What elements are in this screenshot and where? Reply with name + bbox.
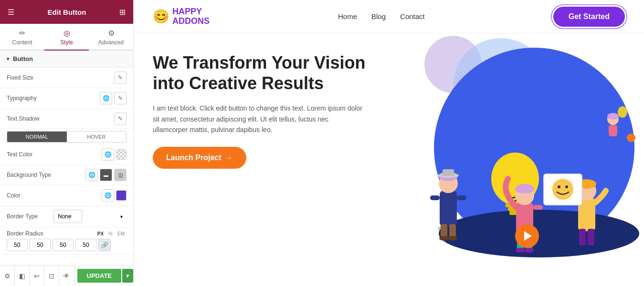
- logo-emoji: 😊: [153, 9, 169, 24]
- border-type-label: Border Type: [7, 213, 50, 220]
- state-toggle: NORMAL HOVER: [7, 131, 127, 143]
- tab-style-label: Style: [60, 39, 73, 46]
- svg-point-19: [515, 184, 534, 194]
- svg-point-38: [618, 106, 627, 118]
- text-shadow-label: Text Shadow: [7, 115, 114, 122]
- br-input-4[interactable]: [75, 239, 96, 251]
- br-link-button[interactable]: 🔗: [98, 239, 111, 251]
- svg-point-31: [558, 185, 560, 188]
- nav-link-blog[interactable]: Blog: [371, 12, 386, 20]
- state-hover-button[interactable]: HOVER: [67, 132, 127, 142]
- logo-happy: HAPPY: [172, 7, 210, 17]
- color-global-button[interactable]: 🌐: [102, 189, 114, 202]
- typography-global-button[interactable]: 🌐: [100, 92, 112, 104]
- br-unit-percent[interactable]: %: [106, 231, 115, 237]
- text-shadow-controls: ✎: [114, 112, 127, 125]
- launch-arrow-icon: →: [225, 153, 233, 162]
- svg-rect-5: [443, 169, 454, 176]
- advanced-icon: ⚙: [108, 29, 115, 38]
- svg-rect-1: [440, 191, 457, 226]
- svg-point-11: [448, 236, 457, 241]
- color-row: Color 🌐: [0, 185, 133, 206]
- top-navbar: 😊 HAPPY ADDONS Home Blog Contact Get Sta…: [134, 0, 644, 33]
- history-icon-btn[interactable]: ↩: [30, 266, 44, 286]
- update-button[interactable]: UPDATE: [77, 269, 121, 283]
- logo-addons: ADDONS: [172, 17, 210, 26]
- svg-point-32: [565, 185, 568, 188]
- text-color-global-button[interactable]: 🌐: [102, 148, 114, 161]
- text-color-swatch[interactable]: [116, 149, 127, 160]
- border-type-select-wrapper: None Solid Dashed Dotted Double: [53, 210, 127, 223]
- svg-point-24: [524, 248, 534, 253]
- background-type-row: Background Type 🌐 ▬ ◫: [0, 165, 133, 185]
- hero-visual: [396, 33, 644, 286]
- border-radius-row: Border Radius PX % EM 🔗: [0, 227, 133, 255]
- person-yellow: [544, 174, 606, 245]
- border-radius-header: Border Radius PX % EM: [7, 230, 127, 237]
- text-color-controls: 🌐: [102, 148, 127, 161]
- section-button-header[interactable]: ▾ Button: [0, 51, 133, 68]
- update-arrow-button[interactable]: ▾: [122, 269, 133, 283]
- person-blue: [430, 169, 466, 241]
- background-type-label: Background Type: [7, 172, 85, 178]
- responsive-icon-btn[interactable]: ⊡: [44, 266, 59, 286]
- hero-body: I am text block. Click edit button to ch…: [153, 103, 363, 135]
- nav-link-home[interactable]: Home: [338, 12, 357, 20]
- bg-solid-button[interactable]: ▬: [100, 169, 112, 181]
- fixed-size-controls: ✎: [114, 72, 127, 84]
- fixed-size-edit-button[interactable]: ✎: [114, 72, 127, 84]
- panel-title: Edit Button: [48, 8, 86, 16]
- svg-point-30: [552, 179, 573, 200]
- fixed-size-row: Fixed Size ✎: [0, 68, 133, 88]
- text-color-label: Text Color: [7, 151, 102, 158]
- hamburger-icon[interactable]: ☰: [8, 8, 14, 17]
- logo: 😊 HAPPY ADDONS: [153, 7, 210, 26]
- br-input-3[interactable]: [53, 239, 74, 251]
- panel-content: ▾ Button Fixed Size ✎ Typography 🌐 ✎ Tex…: [0, 51, 133, 265]
- nav-links: Home Blog Contact: [338, 12, 425, 20]
- tab-advanced-label: Advanced: [98, 39, 124, 46]
- text-color-row: Text Color 🌐: [0, 144, 133, 165]
- text-shadow-edit-button[interactable]: ✎: [114, 112, 127, 125]
- tab-content-label: Content: [12, 39, 32, 46]
- color-swatch[interactable]: [116, 190, 127, 201]
- svg-point-23: [516, 248, 525, 253]
- tab-content[interactable]: ✏ Content: [0, 24, 44, 51]
- br-unit-px[interactable]: PX: [95, 231, 106, 237]
- border-radius-label: Border Radius: [7, 230, 43, 237]
- typography-edit-button[interactable]: ✎: [114, 92, 127, 104]
- layers-icon-btn[interactable]: ◧: [15, 266, 30, 286]
- svg-rect-6: [430, 195, 440, 200]
- panel-header: ☰ Edit Button ⊞: [0, 0, 133, 24]
- br-input-2[interactable]: [30, 239, 51, 251]
- panel-footer: ⚙ ◧ ↩ ⊡ 👁 UPDATE ▾: [0, 265, 133, 286]
- svg-rect-33: [579, 229, 586, 245]
- get-started-button[interactable]: Get Started: [553, 7, 625, 27]
- state-normal-button[interactable]: NORMAL: [7, 132, 67, 142]
- settings-icon-btn[interactable]: ⚙: [0, 266, 15, 286]
- border-radius-units: PX % EM: [95, 231, 127, 237]
- launch-button[interactable]: Launch Project →: [153, 147, 246, 169]
- br-input-1[interactable]: [7, 239, 28, 251]
- content-icon: ✏: [19, 29, 25, 38]
- eye-icon-btn[interactable]: 👁: [59, 266, 74, 286]
- typography-row: Typography 🌐 ✎: [0, 88, 133, 109]
- section-label: Button: [13, 55, 33, 62]
- svg-point-37: [607, 113, 619, 120]
- launch-label: Launch Project: [166, 153, 222, 162]
- svg-point-10: [439, 236, 449, 241]
- play-button[interactable]: [515, 224, 539, 248]
- logo-text: HAPPY ADDONS: [172, 7, 210, 26]
- bg-gradient-button[interactable]: ◫: [114, 169, 127, 181]
- svg-rect-7: [457, 195, 466, 200]
- bg-global-button[interactable]: 🌐: [85, 169, 98, 181]
- tab-style[interactable]: ◎ Style: [44, 24, 89, 51]
- background-type-controls: 🌐 ▬ ◫: [85, 169, 127, 181]
- grid-icon[interactable]: ⊞: [119, 8, 126, 17]
- border-type-select[interactable]: None Solid Dashed Dotted Double: [53, 210, 82, 223]
- tab-advanced[interactable]: ⚙ Advanced: [89, 24, 133, 51]
- svg-rect-36: [609, 125, 617, 136]
- br-unit-em[interactable]: EM: [116, 231, 127, 237]
- svg-rect-20: [533, 205, 543, 210]
- nav-link-contact[interactable]: Contact: [400, 12, 425, 20]
